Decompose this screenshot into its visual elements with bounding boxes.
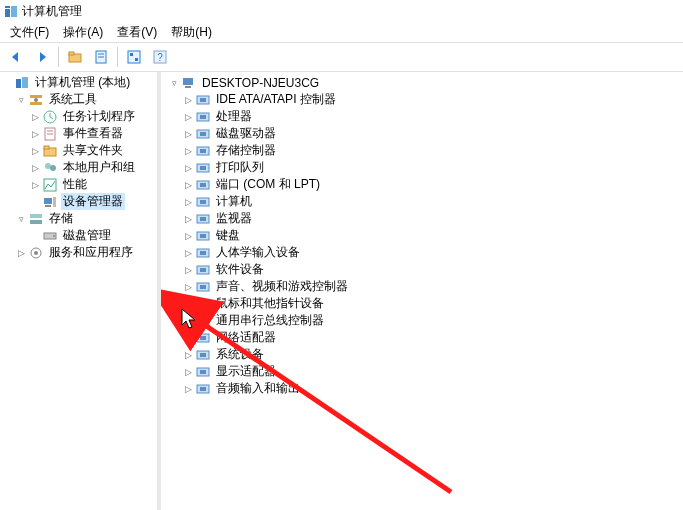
shared-folders-icon — [42, 143, 58, 159]
expander-icon[interactable]: ▷ — [181, 93, 195, 107]
device-category[interactable]: ▷系统设备 — [161, 346, 683, 363]
expander-icon[interactable]: ▷ — [181, 144, 195, 158]
svg-rect-31 — [30, 220, 42, 224]
device-category[interactable]: ▷存储控制器 — [161, 142, 683, 159]
port-icon — [195, 177, 211, 193]
node-services-apps[interactable]: ▷ 服务和应用程序 — [0, 244, 157, 261]
node-task-scheduler[interactable]: ▷ 任务计划程序 — [0, 108, 157, 125]
menu-file[interactable]: 文件(F) — [4, 22, 55, 43]
svg-rect-63 — [200, 302, 206, 306]
expander-icon[interactable]: ▷ — [181, 263, 195, 277]
help-button[interactable]: ? — [148, 45, 172, 69]
expander-icon[interactable]: ▷ — [181, 297, 195, 311]
expander-icon[interactable]: ▷ — [28, 161, 42, 175]
menu-view[interactable]: 查看(V) — [111, 22, 163, 43]
disk-drive-icon — [195, 126, 211, 142]
expander-icon[interactable]: ▿ — [167, 76, 181, 90]
node-label: 软件设备 — [214, 261, 266, 278]
node-computer-management[interactable]: ▷ 计算机管理 (本地) — [0, 74, 157, 91]
system-tools-icon — [28, 92, 44, 108]
device-category[interactable]: ▷人体学输入设备 — [161, 244, 683, 261]
expander-icon[interactable]: ▷ — [181, 127, 195, 141]
node-shared-folders[interactable]: ▷ 共享文件夹 — [0, 142, 157, 159]
device-category[interactable]: ▷打印队列 — [161, 159, 683, 176]
node-system-tools[interactable]: ▿ 系统工具 — [0, 91, 157, 108]
node-disk-management[interactable]: ▷ 磁盘管理 — [0, 227, 157, 244]
device-category[interactable]: ▷软件设备 — [161, 261, 683, 278]
expander-icon[interactable]: ▷ — [181, 314, 195, 328]
expander-icon[interactable]: ▷ — [181, 161, 195, 175]
device-category[interactable]: ▷键盘 — [161, 227, 683, 244]
node-event-viewer[interactable]: ▷ 事件查看器 — [0, 125, 157, 142]
svg-rect-43 — [200, 132, 206, 136]
device-category[interactable]: ▷音频输入和输出 — [161, 380, 683, 397]
device-category[interactable]: ▷处理器 — [161, 108, 683, 125]
node-label: 性能 — [61, 176, 89, 193]
toolbar: ? — [0, 42, 683, 72]
expander-icon[interactable]: ▷ — [181, 348, 195, 362]
svg-point-33 — [53, 235, 55, 237]
node-label: 任务计划程序 — [61, 108, 137, 125]
right-tree[interactable]: ▿ DESKTOP-NJEU3CG ▷IDE ATA/ATAPI 控制器▷处理器… — [161, 72, 683, 510]
expander-icon[interactable]: ▷ — [14, 246, 28, 260]
expander-icon[interactable]: ▷ — [181, 382, 195, 396]
network-adapter-icon — [195, 330, 211, 346]
node-performance[interactable]: ▷ 性能 — [0, 176, 157, 193]
body: ▷ 计算机管理 (本地) ▿ 系统工具 — [0, 72, 683, 510]
node-storage[interactable]: ▿ 存储 — [0, 210, 157, 227]
node-local-users[interactable]: ▷ 本地用户和组 — [0, 159, 157, 176]
forward-button[interactable] — [30, 45, 54, 69]
up-button[interactable] — [63, 45, 87, 69]
expander-icon[interactable]: ▿ — [14, 212, 28, 226]
node-label: 通用串行总线控制器 — [214, 312, 326, 329]
svg-rect-9 — [130, 53, 133, 56]
svg-text:?: ? — [157, 52, 163, 63]
svg-rect-41 — [200, 115, 206, 119]
node-label: 服务和应用程序 — [47, 244, 135, 261]
device-category[interactable]: ▷声音、视频和游戏控制器 — [161, 278, 683, 295]
device-category[interactable]: ▷网络适配器 — [161, 329, 683, 346]
svg-rect-45 — [200, 149, 206, 153]
expander-icon[interactable]: ▷ — [181, 280, 195, 294]
expander-icon[interactable]: ▿ — [14, 93, 28, 107]
svg-rect-67 — [200, 336, 206, 340]
device-category[interactable]: ▷计算机 — [161, 193, 683, 210]
expander-icon[interactable]: ▷ — [181, 110, 195, 124]
expander-icon[interactable]: ▷ — [181, 178, 195, 192]
device-category[interactable]: ▷磁盘驱动器 — [161, 125, 683, 142]
svg-rect-73 — [200, 387, 206, 391]
properties-button[interactable] — [89, 45, 113, 69]
expander-icon[interactable]: ▷ — [28, 110, 42, 124]
device-category[interactable]: ▷鼠标和其他指针设备 — [161, 295, 683, 312]
node-label: 端口 (COM 和 LPT) — [214, 176, 322, 193]
expander-icon[interactable]: ▷ — [181, 246, 195, 260]
device-category[interactable]: ▷IDE ATA/ATAPI 控制器 — [161, 91, 683, 108]
toolbar-separator — [58, 47, 59, 67]
expander-icon[interactable]: ▷ — [181, 212, 195, 226]
performance-icon — [42, 177, 58, 193]
menu-help[interactable]: 帮助(H) — [165, 22, 218, 43]
back-button[interactable] — [4, 45, 28, 69]
menu-action[interactable]: 操作(A) — [57, 22, 109, 43]
svg-rect-53 — [200, 217, 206, 221]
expander-icon[interactable]: ▷ — [28, 178, 42, 192]
svg-rect-2 — [5, 6, 10, 8]
expander-icon[interactable]: ▷ — [28, 127, 42, 141]
device-category[interactable]: ▷显示适配器 — [161, 363, 683, 380]
expander-icon[interactable]: ▷ — [181, 229, 195, 243]
node-label: 键盘 — [214, 227, 242, 244]
expander-icon[interactable]: ▷ — [181, 195, 195, 209]
svg-rect-36 — [183, 78, 193, 85]
node-label: 系统工具 — [47, 91, 99, 108]
node-device-manager[interactable]: ▷ 设备管理器 — [0, 193, 157, 210]
device-category[interactable]: ▷通用串行总线控制器 — [161, 312, 683, 329]
device-category[interactable]: ▷监视器 — [161, 210, 683, 227]
expander-icon[interactable]: ▷ — [181, 365, 195, 379]
device-root[interactable]: ▿ DESKTOP-NJEU3CG — [161, 74, 683, 91]
expander-icon[interactable]: ▷ — [28, 144, 42, 158]
refresh-button[interactable] — [122, 45, 146, 69]
left-tree[interactable]: ▷ 计算机管理 (本地) ▿ 系统工具 — [0, 72, 157, 510]
svg-rect-0 — [5, 9, 10, 17]
expander-icon[interactable]: ▷ — [181, 331, 195, 345]
device-category[interactable]: ▷端口 (COM 和 LPT) — [161, 176, 683, 193]
